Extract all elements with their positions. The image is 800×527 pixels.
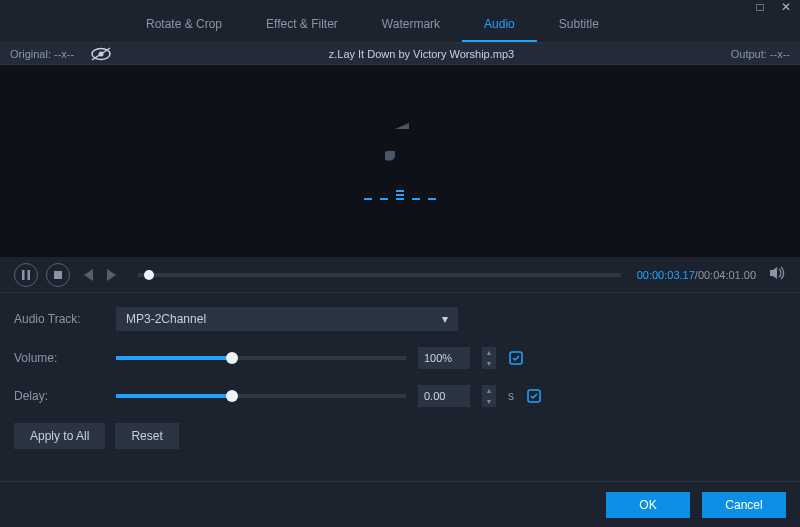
- output-dimensions: Output: --x--: [731, 48, 790, 60]
- tab-watermark[interactable]: Watermark: [360, 7, 462, 42]
- volume-label: Volume:: [14, 351, 104, 365]
- chevron-down-icon: ▾: [442, 312, 448, 326]
- volume-thumb[interactable]: [226, 352, 238, 364]
- seek-slider[interactable]: [138, 273, 621, 277]
- volume-reset-icon[interactable]: [508, 350, 524, 366]
- reset-button[interactable]: Reset: [115, 423, 178, 449]
- cancel-button[interactable]: Cancel: [702, 492, 786, 518]
- delay-unit: s: [508, 389, 514, 403]
- delay-thumb[interactable]: [226, 390, 238, 402]
- speaker-icon[interactable]: [770, 266, 786, 283]
- apply-to-all-button[interactable]: Apply to All: [14, 423, 105, 449]
- delay-slider[interactable]: [116, 394, 406, 398]
- seek-thumb[interactable]: [144, 270, 154, 280]
- audio-track-label: Audio Track:: [14, 312, 104, 326]
- volume-slider[interactable]: [116, 356, 406, 360]
- delay-reset-icon[interactable]: [526, 388, 542, 404]
- original-dimensions: Original: --x--: [10, 48, 74, 60]
- next-button[interactable]: [104, 263, 122, 287]
- volume-stepper[interactable]: ▲▼: [482, 347, 496, 369]
- music-note-icon: [385, 123, 415, 168]
- tab-rotate-crop[interactable]: Rotate & Crop: [124, 7, 244, 42]
- ok-button[interactable]: OK: [606, 492, 690, 518]
- audio-track-select[interactable]: MP3-2Channel ▾: [116, 307, 458, 331]
- tab-audio[interactable]: Audio: [462, 7, 537, 42]
- volume-value[interactable]: 100%: [418, 347, 470, 369]
- close-button[interactable]: ✕: [778, 0, 794, 14]
- delay-label: Delay:: [14, 389, 104, 403]
- tab-bar: Rotate & Crop Effect & Filter Watermark …: [0, 10, 800, 43]
- maximize-button[interactable]: □: [752, 0, 768, 14]
- time-display: 00:00:03.17/00:04:01.00: [637, 269, 756, 281]
- svg-rect-3: [22, 270, 25, 280]
- pause-button[interactable]: [14, 263, 38, 287]
- tab-subtitle[interactable]: Subtitle: [537, 7, 621, 42]
- tab-effect-filter[interactable]: Effect & Filter: [244, 7, 360, 42]
- preview-area: [0, 65, 800, 257]
- toggle-preview-icon[interactable]: [90, 47, 112, 61]
- svg-rect-5: [54, 271, 62, 279]
- audio-visualizer-icon: [364, 186, 436, 200]
- prev-button[interactable]: [78, 263, 96, 287]
- delay-stepper[interactable]: ▲▼: [482, 385, 496, 407]
- delay-value[interactable]: 0.00: [418, 385, 470, 407]
- stop-button[interactable]: [46, 263, 70, 287]
- svg-rect-4: [28, 270, 31, 280]
- filename-label: z.Lay It Down by Victory Worship.mp3: [112, 48, 731, 60]
